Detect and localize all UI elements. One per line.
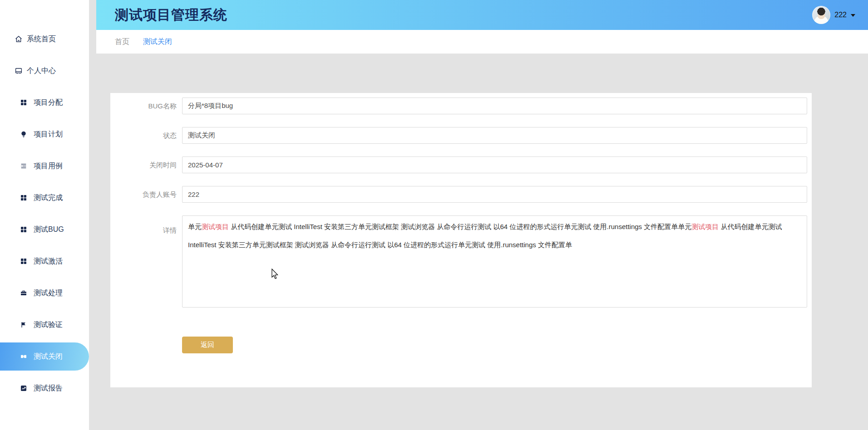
form-row-status: 状态 [110,127,807,144]
sidebar-item-test-process[interactable]: 测试处理 [0,277,89,309]
sidebar: 系统首页个人中心项目分配项目计划项目用例测试完成测试BUG测试激活测试处理测试验… [0,0,89,430]
sidebar-item-label: 测试处理 [34,288,63,298]
sidebar-item-label: 测试关闭 [34,352,63,362]
sidebar-item-label: 项目计划 [34,130,63,139]
sidebar-item-label: 系统首页 [27,34,56,44]
sidebar-item-label: 测试完成 [34,193,63,203]
close-time-input[interactable] [182,156,807,173]
sidebar-item-test-bug[interactable]: 测试BUG [0,214,89,245]
form-row-owner-account: 负责人账号 [110,186,807,203]
detail-link[interactable]: 测试项目 [691,223,719,230]
sidebar-item-label: 测试激活 [34,257,63,266]
status-input[interactable] [182,127,807,144]
sidebar-item-label: 个人中心 [27,66,56,76]
app-header: 测试项目管理系统 222 [96,0,868,30]
sidebar-item-label: 测试验证 [34,320,63,330]
form-row-bug-name: BUG名称 [110,98,807,114]
detail-link[interactable]: 测试项目 [202,223,229,230]
sidebar-item-project-case[interactable]: 项目用例 [0,150,89,182]
list-icon [20,162,27,170]
sidebar-item-project-assign[interactable]: 项目分配 [0,87,89,118]
form-row-detail: 详情 单元测试项目 从代码创建单元测试 IntelliTest 安装第三方单元测… [110,215,807,308]
owner-account-input[interactable] [182,186,807,203]
sidebar-item-test-close[interactable]: 测试关闭 [0,342,89,371]
flag-icon [20,321,27,328]
report-icon [20,385,27,392]
username: 222 [834,11,847,19]
ticket-icon [20,353,27,360]
main-area: 测试项目管理系统 222 首页测试关闭 BUG名称 状态 关闭时间 [96,0,868,430]
sidebar-item-label: 测试BUG [34,225,64,235]
detail-text: 单元 [188,223,202,230]
owner-account-label: 负责人账号 [110,186,182,203]
status-label: 状态 [110,127,182,144]
tab-test-close[interactable]: 测试关闭 [143,37,172,47]
chevron-down-icon [851,14,855,17]
tab-home[interactable]: 首页 [115,37,129,47]
sidebar-item-test-activate[interactable]: 测试激活 [0,245,89,277]
sidebar-item-test-verify[interactable]: 测试验证 [0,309,89,341]
sidebar-item-label: 项目用例 [34,161,63,171]
detail-content[interactable]: 单元测试项目 从代码创建单元测试 IntelliTest 安装第三方单元测试框架… [182,215,807,308]
sidebar-item-project-plan[interactable]: 项目计划 [0,118,89,150]
sidebar-item-label: 测试报告 [34,384,63,393]
form-row-close-time: 关闭时间 [110,156,807,173]
home-icon [15,35,23,43]
sidebar-item-profile[interactable]: 个人中心 [0,55,89,87]
sidebar-item-system-home[interactable]: 系统首页 [0,23,89,55]
back-button[interactable]: 返回 [182,337,233,353]
form-card: BUG名称 状态 关闭时间 负责人账号 详情 单元测试项目 [110,93,812,387]
grid-icon [20,258,27,265]
page-title: 测试项目管理系统 [115,6,227,24]
grid-icon [20,99,27,106]
sidebar-item-test-report[interactable]: 测试报告 [0,372,89,404]
user-menu[interactable]: 222 [812,6,855,24]
sidebar-item-test-complete[interactable]: 测试完成 [0,182,89,214]
grid-icon [20,226,27,233]
profile-icon [15,67,23,75]
close-time-label: 关闭时间 [110,156,182,173]
detail-text: 从代码创建单元测试 IntelliTest 安装第三方单元测试框架 测试浏览器 … [229,223,691,230]
page: 系统首页个人中心项目分配项目计划项目用例测试完成测试BUG测试激活测试处理测试验… [0,0,868,430]
content-area: BUG名称 状态 关闭时间 负责人账号 详情 单元测试项目 [96,54,868,430]
bug-name-label: BUG名称 [110,98,182,114]
avatar[interactable] [812,6,830,24]
sidebar-item-label: 项目分配 [34,98,63,108]
grid-icon [20,194,27,201]
bug-name-input[interactable] [182,98,807,114]
tab-bar: 首页测试关闭 [96,30,868,54]
detail-label: 详情 [110,215,182,308]
bulb-icon [20,131,27,138]
toolbox-icon [20,289,27,297]
